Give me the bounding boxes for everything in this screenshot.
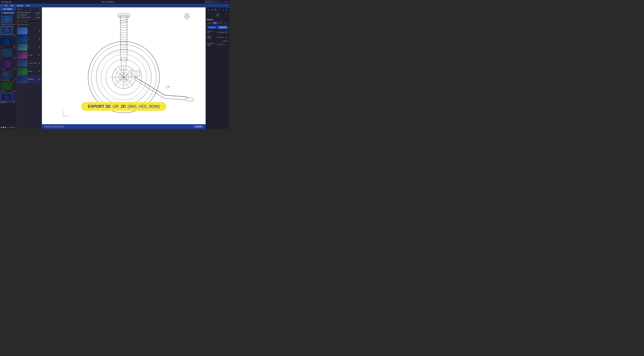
export-banner: EXPORT 3D OR 2D (IMG, VEC, BOM)	[81, 102, 166, 111]
menu-file[interactable]: File	[3, 4, 9, 7]
close-btn[interactable]: ✕	[226, 1, 228, 3]
list-pin[interactable]: 📌	[38, 78, 40, 80]
bookmark-item[interactable]: 🔖 #Bookmode	[16, 23, 42, 26]
viewport-toggle[interactable]: ⊙	[216, 13, 219, 17]
svg-rect-14	[1, 49, 13, 57]
list-pin[interactable]: 📌	[38, 46, 40, 48]
list-pin[interactable]: 📌	[38, 30, 40, 32]
add-icon[interactable]: ⊕	[206, 8, 210, 12]
export-icon[interactable]: ⊠	[225, 8, 228, 12]
list-pin[interactable]: 📌	[38, 70, 40, 72]
salient-edges-label: Salient edges	[207, 36, 215, 39]
view-pin-7[interactable]: 📌	[13, 101, 15, 103]
list-thumb	[17, 60, 27, 67]
tab-vec[interactable]: VEC	[212, 22, 217, 25]
grid-icon[interactable]: ⊞	[210, 8, 214, 12]
viewport-canvas[interactable]: X Z T EXPORT 3D OR 2D (IMG, VEC, BOM)	[42, 8, 206, 124]
list-thumb	[17, 36, 27, 43]
edit-icon[interactable]: ✏	[217, 8, 221, 12]
list-item[interactable]: 3 📌	[16, 43, 41, 51]
list-pin[interactable]: 📌	[38, 54, 40, 56]
dot-green	[5, 127, 6, 128]
dot-red	[1, 127, 2, 128]
view-pin-6[interactable]: 📌	[13, 90, 15, 92]
sidebar-item-rotation[interactable]: Rotation 📌	[0, 93, 16, 104]
view-pin-4[interactable]: 📌	[13, 68, 15, 70]
menu-help[interactable]: Help	[25, 4, 32, 7]
sidebar-item-3[interactable]: 3 📌	[0, 48, 16, 59]
view-pin-0[interactable]: 📌	[13, 24, 15, 26]
sidebar-section-label: MY VIEWS	[4, 8, 12, 10]
preview-button[interactable]: PREVIEW	[207, 26, 217, 29]
sidebar-item-2[interactable]: 2 📌	[0, 37, 16, 48]
list-item[interactable]: 1 📌	[16, 27, 41, 35]
gear-icon[interactable]: ⚙	[7, 126, 9, 128]
banner-or: OR	[113, 104, 119, 109]
silhouette-arrow-up[interactable]: ▲	[224, 44, 226, 45]
salient-arrow-down[interactable]: ▼	[226, 37, 228, 38]
preview-label: Preview vectorial export	[44, 126, 64, 128]
list-item-name: 3 - cut - back	[28, 62, 38, 64]
reset-link[interactable]: RESET	[223, 40, 228, 42]
sidebar-item-4asm[interactable]: 4 Asm 📌	[0, 81, 16, 93]
menu-settings[interactable]: Settings	[15, 4, 25, 7]
salient-arrow-up[interactable]: ▲	[224, 37, 226, 38]
salient-color-dot[interactable]	[216, 37, 217, 38]
close-preview-button[interactable]: CLOSE	[194, 125, 203, 128]
home-icon[interactable]: ⌂	[1, 4, 2, 7]
right-panel: ⊕ ⊞ 🔧 ✏ ◻ ⊠ ⊙ Export IMG VEC BOM 3D PREV…	[206, 8, 229, 129]
list-item-name: 2	[28, 38, 38, 40]
list-thumb	[17, 27, 27, 35]
menu-edit[interactable]: Edit	[9, 4, 15, 7]
thumb-2	[1, 38, 13, 46]
search-input[interactable]	[204, 1, 220, 3]
list-pin[interactable]: 📌	[38, 62, 40, 64]
silhouette-edges-value[interactable]	[218, 43, 224, 46]
silhouette-arrow-down[interactable]: ▼	[226, 44, 228, 45]
silhouette-color-dot[interactable]	[216, 44, 217, 45]
list-item[interactable]: 3 - cut - back 📌	[16, 59, 41, 67]
export-button[interactable]: EXPORT	[218, 26, 228, 29]
sidebar-item-3cutback[interactable]: 3 - cut - back 📌	[0, 70, 16, 81]
create-view-button[interactable]: + CREATE VIEW	[1, 12, 15, 14]
banner-part1: EXPORT 3D	[88, 104, 111, 109]
list-item[interactable]: 3 - cut 📌	[16, 51, 41, 59]
panel-close-icon[interactable]: ⊞	[40, 8, 41, 10]
sidebar-item-origine[interactable]: Origine extract FB 📌	[0, 15, 16, 26]
perspective-toggle[interactable]: ↕	[40, 14, 40, 16]
list-item[interactable]: 2 📌	[16, 35, 41, 43]
salient-edges-value[interactable]	[218, 36, 224, 39]
world-ref-change[interactable]: Change	[35, 12, 40, 14]
view-pin-1[interactable]: 📌	[13, 35, 15, 37]
view-pin-3[interactable]: 📌	[13, 57, 15, 59]
tab-bom[interactable]: BOM	[218, 22, 222, 25]
view-name-origine: Origine extract FB	[1, 24, 13, 26]
list-item[interactable]: Rotation 📌	[16, 75, 41, 83]
sidebar-bottom: ⚙ Instance	[0, 126, 16, 129]
tab-img[interactable]: IMG	[207, 22, 212, 25]
app-title: 3D Sump Ace	[1, 1, 12, 3]
tab-3d[interactable]: 3D	[223, 22, 228, 25]
shape-icon[interactable]: ◻	[221, 8, 225, 12]
list-item[interactable]: 4 Asm 📌	[16, 67, 41, 75]
view-pin-2[interactable]: 📌	[13, 46, 15, 48]
nav-home[interactable]: Home	[17, 8, 22, 10]
view-pin-5[interactable]: 📌	[13, 79, 15, 81]
wrench-icon[interactable]: 🔧	[214, 8, 218, 12]
sidebar-item-1[interactable]: 1 📌	[0, 26, 16, 37]
canvas-size-select[interactable]: A4 landscape A4 portrait A3 landscape	[216, 31, 228, 34]
nav-num: 1	[30, 8, 31, 10]
list-pin[interactable]: 📌	[38, 38, 40, 40]
globe-icon: 🌐	[17, 12, 19, 14]
find-element-input[interactable]	[19, 20, 41, 23]
maximize-btn[interactable]: □	[224, 1, 225, 3]
view-list: 1 📌 2 📌 3	[16, 26, 42, 129]
views-search: ⊟	[16, 19, 42, 23]
sidebar-item-3cut[interactable]: 3 - cut 📌	[0, 59, 16, 70]
filter-icon: ⊟	[17, 20, 18, 22]
camera-update[interactable]: Update	[36, 17, 40, 18]
sidebar: 👤 MY VIEWS + CREATE VIEW Origine extract	[0, 8, 16, 129]
window-controls: — □ ✕	[221, 1, 228, 3]
minimize-btn[interactable]: —	[221, 1, 223, 3]
world-ref-label: World reference	[20, 12, 30, 14]
